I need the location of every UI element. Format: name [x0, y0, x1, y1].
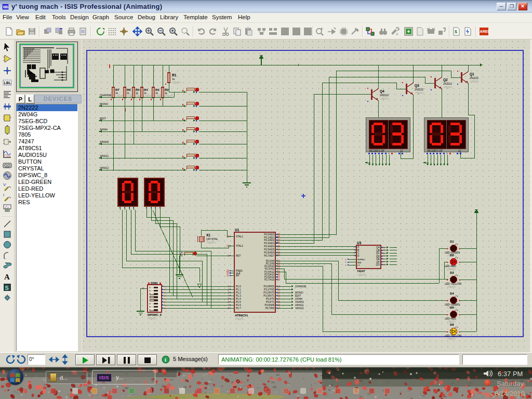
- svg-text:<TEXT>: <TEXT>: [447, 286, 456, 288]
- svg-text:R6: R6: [127, 88, 131, 91]
- svg-text:D5: D5: [450, 306, 454, 309]
- svg-text:R1: R1: [172, 73, 177, 77]
- svg-text:P0.0/AD0: P0.0/AD0: [264, 233, 274, 236]
- svg-text:AT89C51: AT89C51: [235, 314, 248, 317]
- svg-text:$: $: [455, 29, 457, 34]
- svg-text:C: C: [357, 251, 360, 254]
- svg-text:QD: QD: [376, 255, 380, 258]
- svg-text:Q3: Q3: [415, 84, 419, 88]
- svg-text:QE: QE: [376, 258, 380, 260]
- svg-text:DSW1: DSW1: [151, 282, 158, 285]
- svg-text:R2: R2: [165, 88, 169, 91]
- svg-text:Q4: Q4: [380, 89, 384, 94]
- svg-text:37: 37: [277, 239, 281, 242]
- svg-text:P2.3/A11: P2.3/A11: [264, 268, 274, 270]
- svg-text:12: 12: [458, 150, 461, 152]
- svg-text:D3: D3: [450, 271, 454, 274]
- svg-text:XTAL2: XTAL2: [236, 245, 243, 247]
- svg-text:S: S: [5, 285, 9, 291]
- svg-text:31: 31: [227, 274, 230, 277]
- svg-text:12: 12: [382, 249, 385, 251]
- svg-text:P0.3/AD3: P0.3/AD3: [264, 242, 274, 245]
- svg-text:2N2222: 2N2222: [470, 77, 478, 79]
- svg-text:RST: RST: [236, 255, 241, 257]
- svg-text:LBL: LBL: [4, 81, 11, 85]
- svg-text:A: A: [4, 273, 10, 281]
- svg-text:<TEXT>: <TEXT>: [357, 273, 367, 276]
- svg-text:P0.6/AD6: P0.6/AD6: [264, 251, 274, 254]
- svg-text:QF: QF: [376, 261, 380, 263]
- svg-text:<TEXT>: <TEXT>: [443, 86, 453, 89]
- svg-text:QG: QG: [376, 263, 380, 266]
- svg-text:D4: D4: [450, 292, 454, 295]
- svg-text:9: 9: [142, 287, 144, 290]
- svg-text:P1.1: P1.1: [236, 288, 241, 291]
- svg-text:P0.7/AD7: P0.7/AD7: [264, 255, 274, 257]
- svg-text:U1: U1: [235, 228, 240, 232]
- svg-text:P0.1/AD1: P0.1/AD1: [264, 236, 274, 239]
- svg-text:P3.3/INT1: P3.3/INT1: [263, 295, 274, 297]
- svg-text:P1.3: P1.3: [236, 295, 241, 297]
- svg-text:XANH2: XANH2: [100, 140, 109, 143]
- svg-text:CHANGE: CHANGE: [100, 94, 112, 97]
- svg-text:P3.4/T0: P3.4/T0: [266, 298, 275, 300]
- svg-text:P3.5/T1: P3.5/T1: [266, 301, 275, 303]
- svg-text:A: A: [396, 32, 398, 36]
- svg-text:<TEXT>: <TEXT>: [171, 81, 181, 84]
- svg-text:XTAL1: XTAL1: [236, 235, 243, 238]
- svg-text:Q1: Q1: [470, 72, 474, 76]
- svg-text:1k: 1k: [115, 92, 118, 95]
- svg-text:P3.1/TXD: P3.1/TXD: [264, 288, 275, 291]
- svg-text:2N2222: 2N2222: [443, 83, 452, 85]
- svg-text:QA: QA: [376, 246, 380, 249]
- svg-text:R3: R3: [155, 88, 159, 91]
- svg-text:14: 14: [382, 263, 385, 266]
- svg-text:P3.6/WR: P3.6/WR: [265, 304, 275, 307]
- svg-text:<TEXT>: <TEXT>: [415, 92, 424, 95]
- svg-text:<TEXT>: <TEXT>: [447, 338, 456, 340]
- svg-text:LED-YELLOW: LED-YELLOW: [445, 282, 462, 285]
- svg-text:QC: QC: [376, 252, 380, 255]
- svg-text:P3.2/INT0: P3.2/INT0: [263, 291, 274, 294]
- svg-text:V: V: [3, 182, 6, 187]
- svg-text:P1.5: P1.5: [236, 301, 241, 303]
- svg-text:36: 36: [277, 242, 281, 244]
- svg-text:11: 11: [382, 252, 385, 255]
- svg-text:P1.2: P1.2: [236, 291, 241, 294]
- svg-text:DIPSWC_8: DIPSWC_8: [148, 313, 162, 316]
- svg-text:1k: 1k: [127, 92, 130, 95]
- svg-text:<TEXT>: <TEXT>: [470, 81, 479, 83]
- svg-text:B: B: [357, 249, 359, 251]
- svg-text:P0.5/AD5: P0.5/AD5: [264, 248, 274, 251]
- svg-text:EA: EA: [236, 274, 240, 277]
- svg-text:12: 12: [400, 150, 403, 152]
- svg-text:ARES: ARES: [480, 30, 489, 33]
- svg-text:1k: 1k: [172, 77, 175, 81]
- svg-text:R4: R4: [144, 88, 148, 91]
- svg-text:13: 13: [382, 246, 385, 249]
- svg-text:P0.2/AD2: P0.2/AD2: [264, 239, 274, 242]
- svg-text:VANG2: VANG2: [295, 307, 304, 310]
- svg-text:<TEXT>: <TEXT>: [206, 241, 216, 244]
- svg-text:LT: LT: [357, 264, 360, 267]
- svg-text:P0.4/AD4: P0.4/AD4: [264, 245, 274, 248]
- svg-text:LED-YELLOW: LED-YELLOW: [445, 334, 462, 337]
- svg-text:2N2222: 2N2222: [415, 88, 423, 91]
- svg-text:28: 28: [277, 278, 281, 281]
- svg-text:ABCDEFG DP: ABCDEFG DP: [369, 150, 384, 152]
- svg-text:CRYSTAL: CRYSTAL: [206, 237, 218, 241]
- svg-text:CHANGE: CHANGE: [295, 285, 307, 288]
- svg-text:LED-RED: LED-RED: [445, 317, 456, 320]
- svg-text:EDIT: EDIT: [100, 117, 107, 120]
- svg-text:10: 10: [382, 255, 385, 257]
- svg-text:P1.4: P1.4: [236, 298, 241, 300]
- svg-text:D1: D1: [450, 240, 454, 243]
- svg-text:1k: 1k: [165, 92, 168, 95]
- svg-text:LED-RED: LED-RED: [445, 264, 456, 268]
- svg-text:1k: 1k: [136, 92, 139, 95]
- svg-text:<TEXT>: <TEXT>: [447, 268, 456, 271]
- svg-text:P3.0/RXD: P3.0/RXD: [264, 285, 275, 288]
- svg-text:XANH: XANH: [100, 128, 108, 131]
- svg-text:38: 38: [277, 236, 281, 238]
- svg-text:15: 15: [382, 260, 385, 263]
